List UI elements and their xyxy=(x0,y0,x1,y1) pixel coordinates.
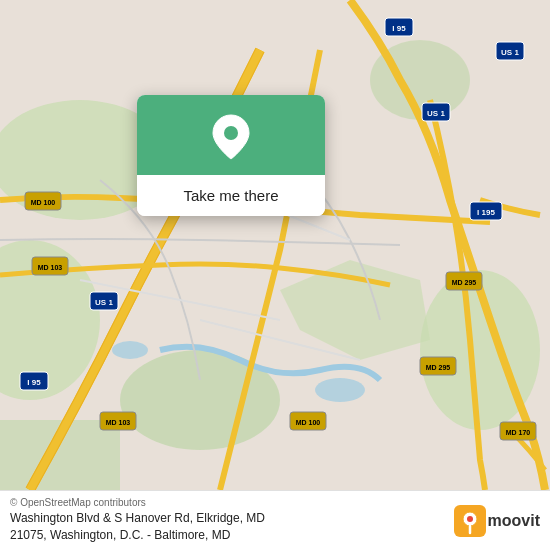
moovit-icon xyxy=(454,505,486,537)
address-text: Washington Blvd & S Hanover Rd, Elkridge… xyxy=(10,510,446,544)
svg-text:I 95: I 95 xyxy=(27,378,41,387)
map-svg: I 95 US 1 US 1 MD 100 MD 103 US 1 I 95 M… xyxy=(0,0,550,490)
svg-text:US 1: US 1 xyxy=(501,48,519,57)
svg-point-39 xyxy=(467,516,473,522)
address-line1: Washington Blvd & S Hanover Rd, Elkridge… xyxy=(10,511,265,525)
moovit-logo: moovit xyxy=(454,505,540,537)
location-popup: Take me there xyxy=(137,95,325,216)
address-line2: 21075, Washington, D.C. - Baltimore, MD xyxy=(10,528,230,542)
svg-text:MD 295: MD 295 xyxy=(452,279,477,286)
svg-text:MD 295: MD 295 xyxy=(426,364,451,371)
footer-text-block: © OpenStreetMap contributors Washington … xyxy=(10,497,446,544)
footer: © OpenStreetMap contributors Washington … xyxy=(0,490,550,550)
svg-text:MD 170: MD 170 xyxy=(506,429,531,436)
popup-icon-area xyxy=(137,95,325,175)
svg-point-9 xyxy=(112,341,148,359)
take-me-there-button[interactable]: Take me there xyxy=(137,175,325,216)
svg-text:MD 100: MD 100 xyxy=(296,419,321,426)
svg-text:US 1: US 1 xyxy=(427,109,445,118)
svg-point-36 xyxy=(224,126,238,140)
svg-text:I 95: I 95 xyxy=(392,24,406,33)
svg-text:MD 103: MD 103 xyxy=(106,419,131,426)
moovit-label: moovit xyxy=(488,512,540,530)
svg-text:US 1: US 1 xyxy=(95,298,113,307)
svg-text:I 195: I 195 xyxy=(477,208,495,217)
svg-point-8 xyxy=(315,378,365,402)
svg-text:MD 103: MD 103 xyxy=(38,264,63,271)
svg-text:MD 100: MD 100 xyxy=(31,199,56,206)
location-pin-icon xyxy=(211,113,251,161)
map-area[interactable]: I 95 US 1 US 1 MD 100 MD 103 US 1 I 95 M… xyxy=(0,0,550,490)
osm-credit: © OpenStreetMap contributors xyxy=(10,497,446,508)
osm-copyright: © OpenStreetMap contributors xyxy=(10,497,146,508)
